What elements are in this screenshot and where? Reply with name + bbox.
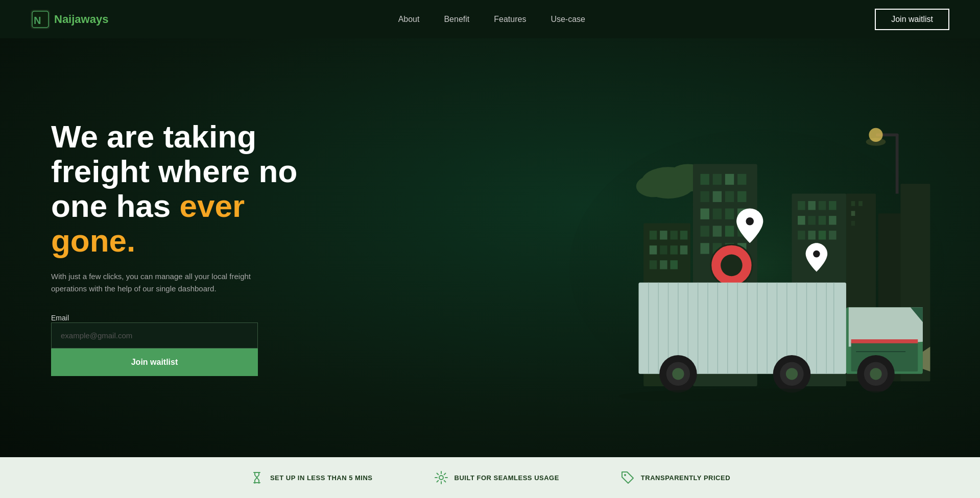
- svg-rect-7: [851, 201, 855, 206]
- logo-icon: N: [31, 10, 50, 29]
- svg-rect-58: [819, 231, 826, 239]
- bottom-bar: SET UP IN LESS THAN 5 MINS BUILT FOR SEA…: [0, 457, 980, 498]
- nav-item-about[interactable]: About: [398, 15, 420, 24]
- svg-rect-25: [725, 208, 734, 219]
- svg-rect-21: [725, 191, 734, 202]
- svg-point-94: [672, 368, 684, 380]
- svg-point-108: [624, 474, 626, 476]
- tag-icon: [620, 470, 635, 485]
- bottom-item-priced: TRANSPARENTLY PRICED: [620, 470, 730, 485]
- nav-item-benefit[interactable]: Benefit: [444, 15, 469, 24]
- svg-rect-103: [896, 134, 899, 193]
- svg-rect-59: [829, 231, 836, 239]
- hourglass-icon: [250, 470, 264, 485]
- svg-rect-23: [700, 208, 709, 219]
- svg-rect-8: [858, 201, 863, 206]
- nav-item-usecase[interactable]: Use-case: [551, 15, 585, 24]
- email-form: Email Join waitlist: [51, 313, 479, 376]
- svg-rect-53: [808, 216, 816, 225]
- svg-rect-57: [808, 231, 816, 239]
- bottom-item-seamless: BUILT FOR SEAMLESS USAGE: [434, 470, 559, 485]
- hero-subtext: With just a few clicks, you can manage a…: [51, 270, 255, 295]
- svg-point-106: [866, 138, 886, 145]
- svg-rect-49: [808, 201, 816, 210]
- email-input[interactable]: [51, 322, 258, 348]
- svg-rect-10: [851, 220, 855, 226]
- svg-rect-9: [851, 211, 855, 216]
- bottom-item-seamless-text: BUILT FOR SEAMLESS USAGE: [455, 474, 559, 482]
- svg-rect-55: [829, 216, 836, 225]
- svg-rect-46: [670, 260, 678, 269]
- svg-rect-45: [660, 260, 667, 269]
- svg-rect-20: [713, 191, 722, 202]
- svg-rect-43: [680, 245, 688, 254]
- svg-rect-48: [798, 201, 805, 210]
- svg-rect-38: [670, 231, 678, 239]
- svg-point-64: [721, 254, 743, 276]
- svg-rect-41: [660, 245, 667, 254]
- svg-point-61: [746, 217, 753, 225]
- svg-rect-28: [713, 226, 722, 236]
- svg-rect-27: [700, 226, 709, 236]
- bottom-item-setup-text: SET UP IN LESS THAN 5 MINS: [270, 474, 373, 482]
- svg-point-97: [786, 368, 798, 380]
- svg-rect-56: [798, 231, 805, 239]
- svg-rect-54: [819, 216, 826, 225]
- svg-rect-16: [713, 173, 722, 184]
- hero-content: We are taking freight where no one has e…: [0, 89, 510, 407]
- svg-text:N: N: [34, 15, 41, 26]
- nav-join-waitlist-button[interactable]: Join waitlist: [875, 9, 949, 30]
- svg-rect-37: [660, 231, 667, 239]
- svg-rect-51: [829, 201, 836, 210]
- svg-rect-18: [737, 173, 746, 184]
- hero-join-waitlist-button[interactable]: Join waitlist: [51, 348, 258, 376]
- brand-logo[interactable]: N Naijaways: [31, 10, 108, 29]
- hero-section: We are taking freight where no one has e…: [0, 38, 980, 457]
- svg-rect-52: [798, 216, 805, 225]
- svg-rect-39: [680, 231, 688, 239]
- svg-rect-36: [650, 231, 657, 239]
- brand-name: Naijaways: [54, 13, 108, 26]
- svg-point-13: [636, 175, 671, 197]
- svg-rect-22: [737, 191, 746, 202]
- bottom-item-priced-text: TRANSPARENTLY PRICED: [641, 474, 730, 482]
- svg-rect-24: [713, 208, 722, 219]
- navbar: N Naijaways About Benefit Features Use-c…: [0, 0, 980, 38]
- svg-rect-50: [819, 201, 826, 210]
- svg-rect-17: [725, 173, 734, 184]
- svg-rect-19: [700, 191, 709, 202]
- bottom-item-setup: SET UP IN LESS THAN 5 MINS: [250, 470, 373, 485]
- svg-rect-44: [650, 260, 657, 269]
- svg-point-107: [439, 476, 443, 480]
- svg-rect-42: [670, 245, 678, 254]
- svg-rect-31: [700, 243, 709, 254]
- gear-icon: [434, 470, 448, 485]
- email-label: Email: [51, 314, 69, 322]
- nav-links: About Benefit Features Use-case: [398, 15, 585, 24]
- hero-heading: We are taking freight where no one has e…: [51, 119, 479, 259]
- svg-point-100: [870, 368, 881, 380]
- city-illustration-svg: [510, 95, 980, 401]
- svg-rect-40: [650, 245, 657, 254]
- svg-point-62: [813, 250, 820, 257]
- hero-illustration: [510, 95, 980, 401]
- nav-item-features[interactable]: Features: [494, 15, 526, 24]
- svg-rect-90: [851, 339, 918, 343]
- svg-rect-15: [700, 173, 709, 184]
- svg-rect-29: [725, 226, 734, 236]
